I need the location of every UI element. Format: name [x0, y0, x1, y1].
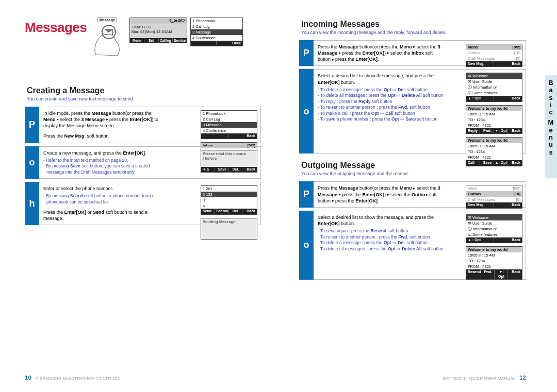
idle-screen-lcd: 📞✉⚙🛡 1234:TEST Mar. 03[Mon] 12:34AM Menu…: [129, 18, 187, 43]
footer-left: 10 © SAMSUNG ELECTRONICS CO LTD 105: [25, 374, 120, 381]
side-tab-label: Basic Menus: [545, 75, 557, 156]
lcd-inbox-sel: Inbox[0/2] Outbox[16] Draft Messages[5] …: [466, 44, 522, 67]
lcd-out-list: ✉ Welcome ✉ User Guide ⓘ Information of …: [466, 214, 522, 243]
outgoing-step-2: o Select a desired list to show the mess…: [299, 211, 526, 280]
section-title-incoming: Incoming Messages: [301, 20, 526, 29]
header-illustration: Message 📞✉⚙🛡 1234:TEST Mar. 03[Mon] 12:3…: [90, 18, 243, 58]
page-left: Messages Message 📞✉⚙🛡 1234:TEST Mar. 03[…: [0, 0, 278, 392]
hand-pressing-icon: Message: [90, 18, 126, 58]
lcd-sending: Sending Message: [201, 218, 257, 240]
lcd-msg-opt: Welcome to my world 10/05 8 : 15 AM TO :…: [466, 137, 522, 166]
step-1: P In idle mode, press the Message button…: [25, 107, 261, 143]
lcd-menu: 1 Phonebook 2 Call Log 3 Message 4 Confe…: [201, 110, 257, 139]
step-3: h Enter or select the phone number. - By…: [25, 182, 261, 225]
section-title-creating: Creating a Message: [27, 86, 261, 95]
page-right: Incoming Messages You can view the incom…: [278, 0, 557, 392]
step-2: o Create a new message, and press the En…: [25, 146, 261, 179]
outgoing-step-1: P Press the Message button(or press the …: [299, 181, 526, 207]
lcd-msg-view: Welcome to my world 10/05 8 : 15 AM TO :…: [466, 105, 522, 134]
incoming-step-2: o Select a desired list to show the mess…: [299, 69, 526, 154]
incoming-step-1: P Press the Message button(or press the …: [299, 40, 526, 66]
lcd-numbers: 1 201 2 123 3 4 Send Search Del. Back: [201, 185, 257, 214]
section-intro-creating: You can create and save new text message…: [27, 96, 261, 101]
footer-right: SMT-i522○|○ QUICK USER MANUAL 12: [443, 374, 526, 381]
lcd-out-view: Welcome to my world 10/05 8 : 15 AM TO :…: [466, 246, 522, 280]
lcd-outbox-sel: Inbox[0/2] Outbox[16] Draft Messages[5] …: [466, 185, 522, 208]
lcd-msg-list: ✉ Welcome ✉ User Guide ⓘ Information of …: [466, 73, 522, 101]
side-tab-basic-menus: Basic Menus: [545, 75, 557, 178]
menu-lcd: 1 Phonebook 2 Call Log 3 Message 4 Confe…: [190, 18, 243, 46]
lcd-editor: Please read this manua l before ✦ a Save…: [201, 150, 257, 173]
